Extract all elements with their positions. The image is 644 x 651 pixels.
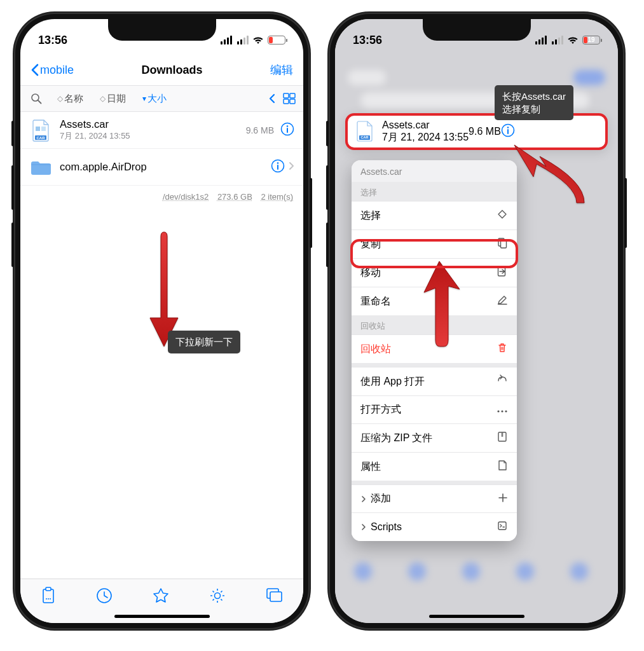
file-size: 9.6 MB [469,126,501,137]
wifi-icon [252,36,264,45]
screen-left: 13:56 19 mobile Downloads 编辑 [20,19,303,623]
item-count: 2 item(s) [261,192,293,202]
sort-size[interactable]: ▾大小 [136,93,173,105]
sort-name-label: 名称 [64,93,83,105]
ctx-copy[interactable]: 复制 [352,230,517,258]
phone-left: 13:56 19 mobile Downloads 编辑 [14,13,310,629]
clipboard-icon [40,587,57,605]
svg-point-14 [277,162,279,164]
file-sub: 7月 21, 2024 13:55 [382,131,469,144]
battery-icon: 19 [582,36,600,45]
ctx-add[interactable]: 添加 [352,484,517,512]
info-button[interactable] [271,159,285,175]
svg-point-20 [50,598,51,600]
chevron-left-icon[interactable] [268,93,275,104]
back-button[interactable]: mobile [31,64,74,77]
svg-point-28 [507,127,509,128]
info-icon [271,159,285,173]
ctx-trash-label: 回收站 [360,343,391,356]
phone-right: 13:56 19 长按Assets.car 选择复制 CAR Assets.ca… [329,13,624,629]
folder-icon [29,156,52,179]
svg-point-19 [48,598,49,600]
svg-rect-9 [41,127,46,131]
status-icons: 19 [221,36,285,45]
sort-down-icon: ▾ [142,94,145,103]
file-row-airdrop[interactable]: com.apple.AirDrop [20,149,303,186]
sort-toolbar: ◇名称 ◇日期 ▾大小 [20,85,303,112]
svg-rect-8 [36,127,40,131]
annotation-arrow-to-row [502,142,597,212]
cellular-icon [221,36,232,45]
plus-icon [498,493,508,505]
ctx-zip[interactable]: 压缩为 ZIP 文件 [352,423,517,452]
cellular-secondary-icon [552,36,563,45]
file-sub: 7月 21, 2024 13:55 [60,130,246,142]
svg-point-33 [497,410,499,412]
ctx-move-label: 移动 [360,266,381,280]
share-icon [497,374,508,388]
info-button[interactable] [501,123,515,140]
tab-recent[interactable] [95,587,113,607]
sort-name[interactable]: ◇名称 [51,93,90,105]
ctx-select[interactable]: 选择 [352,201,517,230]
disk-space: 273.6 GB [217,192,252,202]
properties-icon [497,460,508,474]
svg-text:CAR: CAR [37,135,46,139]
status-icons: 19 [535,36,600,45]
notch [423,19,531,41]
grid-view-icon[interactable] [283,93,296,104]
file-name: Assets.car [382,120,469,131]
copy-icon [497,237,508,251]
car-file-icon: CAR [29,119,52,142]
file-name: Assets.car [60,118,246,130]
ctx-scripts[interactable]: Scripts [352,512,517,541]
notch [108,19,216,41]
ctx-scripts-label: Scripts [371,521,402,533]
svg-rect-12 [287,128,288,133]
file-row-assets-car[interactable]: CAR Assets.car 7月 21, 2024 13:55 9.6 MB [20,112,303,149]
ctx-zip-label: 压缩为 ZIP 文件 [360,432,433,445]
gear-icon [209,587,226,605]
search-icon [31,93,42,104]
ctx-props-label: 属性 [360,460,381,474]
home-indicator [114,615,210,618]
tab-favorites[interactable] [152,587,170,607]
svg-rect-4 [284,99,289,104]
nav-title: Downloads [142,64,203,77]
file-size: 9.6 MB [246,125,274,135]
cellular-icon [535,36,547,45]
chevron-right-icon [360,524,367,530]
tab-settings[interactable] [209,587,226,607]
svg-point-0 [32,94,39,101]
status-time: 13:56 [353,34,382,47]
ctx-section-select: 选择 [352,182,517,201]
wifi-icon [567,36,579,45]
ctx-open-with-label: 打开方式 [360,403,401,416]
edit-button[interactable]: 编辑 [270,62,293,78]
pencil-icon [497,294,508,308]
info-button[interactable] [280,122,294,139]
sort-date[interactable]: ◇日期 [93,93,132,105]
sort-date-label: 日期 [107,93,126,105]
svg-rect-3 [290,93,295,98]
svg-rect-2 [284,93,289,98]
windows-icon [265,587,284,603]
svg-rect-24 [270,592,282,601]
chevron-right-icon [360,496,367,502]
tab-windows[interactable] [265,587,284,606]
clock-icon [95,587,113,605]
ctx-open-with[interactable]: 打开方式 [352,395,517,423]
back-label: mobile [40,64,74,77]
screen-right: 13:56 19 长按Assets.car 选择复制 CAR Assets.ca… [335,19,618,623]
cellular-secondary-icon [237,36,249,45]
sort-arrows-icon: ◇ [100,94,104,103]
ctx-copy-label: 复制 [360,238,381,251]
ctx-properties[interactable]: 属性 [352,452,517,481]
svg-rect-29 [507,129,509,134]
tab-clipboard[interactable] [40,587,57,607]
svg-point-18 [46,598,47,600]
svg-rect-15 [277,165,278,170]
search-button[interactable] [25,93,47,104]
ctx-open-with-app[interactable]: 使用 App 打开 [352,367,517,395]
move-icon [497,266,508,280]
